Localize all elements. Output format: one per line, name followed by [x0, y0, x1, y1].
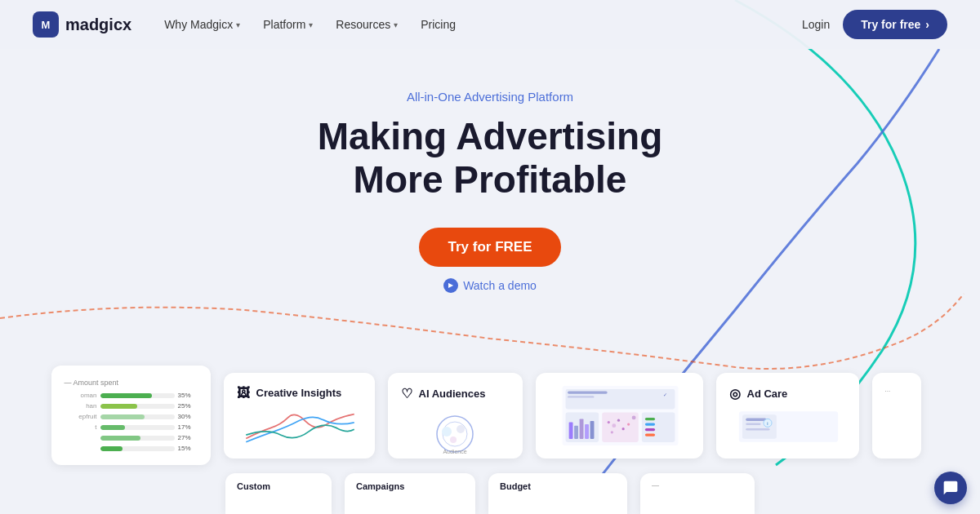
svg-rect-10: [568, 391, 608, 393]
card-label: ♡ AI Audiences: [401, 386, 510, 401]
svg-point-5: [457, 425, 465, 433]
bar-row: t 17%: [65, 423, 198, 431]
svg-point-6: [450, 436, 457, 443]
heart-icon: ♡: [401, 386, 412, 401]
svg-rect-35: [746, 418, 766, 420]
bar-row: 27%: [65, 434, 198, 441]
logo[interactable]: M madgicx: [33, 11, 131, 38]
bar-chart: — Amount spent oman 35% han 25% epfruit …: [65, 379, 198, 452]
nav-right: Login Try for free ›: [802, 10, 947, 39]
chevron-down-icon: ▾: [394, 20, 398, 29]
creative-insights-card: 🖼 Creative Insights: [224, 373, 375, 459]
svg-point-21: [607, 420, 609, 423]
dashboard-analytics-card: ✓: [536, 373, 703, 459]
svg-rect-17: [579, 419, 583, 438]
svg-rect-37: [746, 428, 769, 431]
bar-chart-card: — Amount spent oman 35% han 25% epfruit …: [51, 366, 211, 465]
svg-point-27: [631, 415, 635, 419]
svg-point-22: [612, 423, 616, 428]
bar-row: epfruit 30%: [65, 413, 198, 420]
logo-icon: M: [33, 11, 59, 38]
nav-platform[interactable]: Platform ▾: [263, 18, 313, 31]
ai-audiences-card: ♡ AI Audiences Audience: [388, 373, 523, 459]
cta-try-free-button[interactable]: Try for FREE: [419, 228, 562, 267]
chat-button[interactable]: [934, 472, 967, 504]
partial-right-card: ...: [872, 373, 921, 459]
svg-rect-32: [644, 433, 654, 436]
svg-rect-19: [590, 420, 594, 438]
ad-care-card: ◎ Ad Care i: [716, 373, 859, 459]
card-label: ◎ Ad Care: [729, 386, 846, 401]
svg-rect-30: [644, 423, 654, 425]
svg-rect-28: [641, 412, 675, 442]
bar-row: oman 35%: [65, 392, 198, 399]
logo-text: madgicx: [65, 16, 131, 34]
svg-rect-36: [746, 423, 760, 425]
chevron-down-icon: ▾: [309, 20, 313, 29]
svg-text:Audience: Audience: [443, 449, 466, 454]
image-icon: 🖼: [237, 386, 250, 401]
svg-rect-15: [568, 422, 572, 438]
hero-title: Making Advertising More Profitable: [0, 115, 980, 202]
campaigns-bottom-card: Campaigns: [345, 473, 475, 514]
hero-subtitle: All-in-One Advertising Platform: [0, 90, 980, 104]
svg-rect-31: [644, 428, 654, 430]
svg-rect-16: [574, 425, 578, 438]
nav-resources[interactable]: Resources ▾: [336, 18, 398, 31]
svg-rect-29: [644, 417, 654, 419]
svg-text:✓: ✓: [662, 391, 666, 397]
chevron-down-icon: ▾: [236, 20, 240, 29]
svg-point-23: [617, 419, 619, 421]
card-label: 🖼 Creative Insights: [237, 386, 362, 401]
feature-cards-row: — Amount spent oman 35% han 25% epfruit …: [0, 366, 980, 465]
svg-text:i: i: [767, 420, 768, 425]
bar-row: 15%: [65, 445, 198, 452]
svg-text:M: M: [42, 19, 51, 31]
svg-point-25: [627, 423, 630, 425]
budget-bottom-card: Budget: [488, 473, 627, 514]
bottom-cards-row: Custom Campaigns Budget —: [0, 473, 980, 514]
hero-section: All-in-One Advertising Platform Making A…: [0, 49, 980, 293]
svg-rect-18: [585, 424, 589, 439]
extra-bottom-card: —: [640, 473, 755, 514]
svg-point-24: [621, 428, 624, 430]
target-icon: ◎: [729, 386, 741, 401]
arrow-icon: ›: [925, 18, 929, 31]
try-for-free-button[interactable]: Try for free ›: [843, 10, 947, 39]
nav-pricing[interactable]: Pricing: [421, 18, 456, 31]
svg-point-4: [442, 427, 452, 436]
login-button[interactable]: Login: [802, 18, 830, 31]
play-icon: ▶: [443, 278, 458, 293]
nav-why-madgicx[interactable]: Why Madgicx ▾: [164, 18, 240, 31]
svg-point-26: [610, 431, 612, 433]
navbar: M madgicx Why Madgicx ▾ Platform ▾ Resou…: [0, 0, 980, 49]
watch-demo-link[interactable]: ▶ Watch a demo: [443, 278, 537, 293]
bar-row: han 25%: [65, 402, 198, 410]
nav-links: Why Madgicx ▾ Platform ▾ Resources ▾ Pri…: [164, 18, 802, 31]
custom-bottom-card: Custom: [225, 473, 332, 514]
hero-cta: Try for FREE ▶ Watch a demo: [0, 228, 980, 293]
svg-rect-11: [568, 396, 594, 397]
